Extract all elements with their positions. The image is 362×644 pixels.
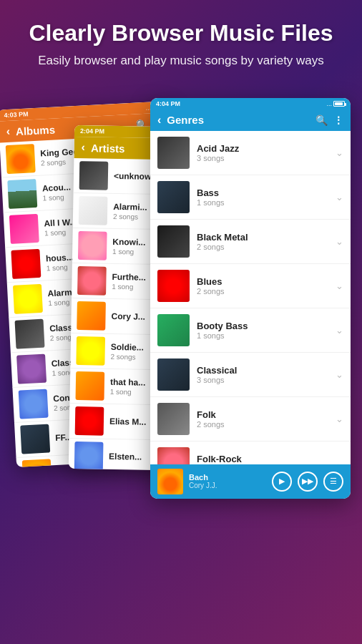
- hero-subtitle: Easily browser and play music songs by v…: [14, 52, 348, 69]
- player-info: Bach Cory J.J.: [189, 473, 272, 489]
- genre-arrow-0[interactable]: ⌄: [336, 147, 343, 158]
- genre-thumb-3: [157, 270, 190, 302]
- genres-title: Genres: [167, 114, 315, 126]
- genre-thumb-4: [157, 314, 190, 346]
- artist-thumb-5: [76, 336, 105, 366]
- genres-toolbar-icons: 🔍 ⋮: [315, 114, 343, 126]
- albums-time: 4:03 PM: [4, 110, 28, 119]
- thumb-6: [16, 353, 47, 384]
- artist-thumb-4: [77, 301, 106, 331]
- thumb-0: [6, 144, 36, 174]
- genres-time: 4:04 PM: [156, 100, 180, 107]
- thumb-1: [7, 179, 37, 209]
- screen-genres: 4:04 PM ... ‹ Genres 🔍 ⋮ Acid Jazz: [150, 98, 351, 499]
- player-title: Bach: [189, 473, 272, 482]
- battery-icon-g: [333, 101, 345, 107]
- artist-thumb-2: [78, 231, 107, 260]
- genre-count-0: 3 songs: [197, 154, 336, 162]
- genre-arrow-1[interactable]: ⌄: [336, 192, 343, 203]
- genre-arrow-6[interactable]: ⌄: [336, 414, 343, 424]
- thumb-5: [15, 318, 45, 348]
- genre-name-4: Booty Bass: [197, 321, 336, 331]
- genre-thumb-0: [157, 137, 190, 169]
- player-artist: Cory J.J.: [189, 482, 272, 489]
- albums-back-icon[interactable]: ‹: [6, 125, 10, 137]
- genre-item-folk[interactable]: Folk 2 songs ⌄: [150, 397, 351, 441]
- genre-count-4: 1 songs: [197, 331, 336, 340]
- hero-title: Clearly Browser Music Files: [14, 20, 348, 47]
- genre-text-3: Blues 2 songs: [197, 276, 336, 296]
- genres-toolbar: ‹ Genres 🔍 ⋮: [150, 109, 351, 131]
- genre-name-6: Folk: [197, 409, 336, 420]
- playlist-button[interactable]: ☰: [323, 472, 343, 492]
- genres-status-icons: ...: [326, 100, 345, 107]
- artist-thumb-0: [79, 161, 109, 190]
- genre-count-6: 2 songs: [197, 420, 336, 429]
- genre-item-bass[interactable]: Bass 1 songs ⌄: [150, 175, 351, 220]
- genre-name-1: Bass: [197, 187, 336, 198]
- artist-thumb-6: [76, 371, 105, 401]
- genre-arrow-2[interactable]: ⌄: [336, 236, 343, 247]
- genre-count-2: 2 songs: [197, 243, 336, 251]
- player-bar: Bach Cory J.J. ▶ ▶▶ ☰: [150, 464, 351, 499]
- genre-text-4: Booty Bass 1 songs: [197, 321, 336, 340]
- genre-name-7: Folk-Rock: [197, 454, 336, 464]
- genre-item-blues[interactable]: Blues 2 songs ⌄: [150, 264, 351, 308]
- genre-count-3: 2 songs: [197, 287, 336, 296]
- genre-item-classical[interactable]: Classical 3 songs ⌄: [150, 353, 351, 397]
- genres-menu-icon[interactable]: ⋮: [333, 114, 343, 126]
- thumb-4: [13, 283, 43, 313]
- genre-arrow-5[interactable]: ⌄: [336, 369, 343, 380]
- genre-arrow-3[interactable]: ⌄: [336, 280, 343, 291]
- genres-list: Acid Jazz 3 songs ⌄ Bass 1 songs ⌄ Black…: [150, 131, 351, 499]
- genre-thumb-2: [157, 225, 190, 258]
- artist-thumb-1: [79, 196, 108, 225]
- thumb-7: [19, 389, 49, 419]
- genre-text-6: Folk 2 songs: [197, 409, 336, 429]
- genre-name-5: Classical: [197, 365, 336, 376]
- screens-container: 4:03 PM ... ‹ Albums 🔍 ⋮ King George: [0, 84, 362, 563]
- genre-text-1: Bass 1 songs: [197, 187, 336, 207]
- genres-status-bar: 4:04 PM ...: [150, 98, 351, 109]
- hero-section: Clearly Browser Music Files Easily brows…: [0, 0, 362, 77]
- signal-icon-g: ...: [326, 100, 332, 107]
- thumb-2: [9, 214, 39, 244]
- player-thumb: [157, 469, 183, 494]
- genre-text-2: Black Metal 2 songs: [197, 232, 336, 251]
- artists-back-icon[interactable]: ‹: [82, 141, 86, 154]
- genre-count-1: 1 songs: [197, 198, 336, 207]
- thumb-8: [20, 424, 50, 454]
- player-controls: ▶ ▶▶ ☰: [272, 472, 343, 492]
- artist-thumb-8: [74, 441, 104, 471]
- thumb-9: [22, 459, 52, 467]
- play-button[interactable]: ▶: [272, 472, 292, 492]
- genre-name-3: Blues: [197, 276, 336, 287]
- artist-thumb-3: [77, 266, 107, 296]
- genre-name-2: Black Metal: [197, 232, 336, 243]
- genre-item-acid-jazz[interactable]: Acid Jazz 3 songs ⌄: [150, 131, 351, 175]
- genre-text-0: Acid Jazz 3 songs: [197, 143, 336, 162]
- genre-thumb-1: [157, 181, 190, 213]
- genre-arrow-4[interactable]: ⌄: [336, 325, 343, 336]
- next-button[interactable]: ▶▶: [298, 472, 318, 492]
- genre-item-black-metal[interactable]: Black Metal 2 songs ⌄: [150, 220, 351, 264]
- genre-text-5: Classical 3 songs: [197, 365, 336, 384]
- genres-search-icon[interactable]: 🔍: [315, 114, 328, 126]
- genre-item-booty-bass[interactable]: Booty Bass 1 songs ⌄: [150, 308, 351, 353]
- genre-thumb-6: [157, 403, 190, 435]
- genre-count-5: 3 songs: [197, 376, 336, 384]
- artists-time: 2:04 PM: [80, 127, 104, 135]
- genres-back-icon[interactable]: ‹: [157, 114, 161, 127]
- genre-name-0: Acid Jazz: [197, 143, 336, 154]
- genre-thumb-5: [157, 358, 190, 391]
- artist-thumb-7: [75, 406, 104, 436]
- thumb-3: [11, 248, 41, 278]
